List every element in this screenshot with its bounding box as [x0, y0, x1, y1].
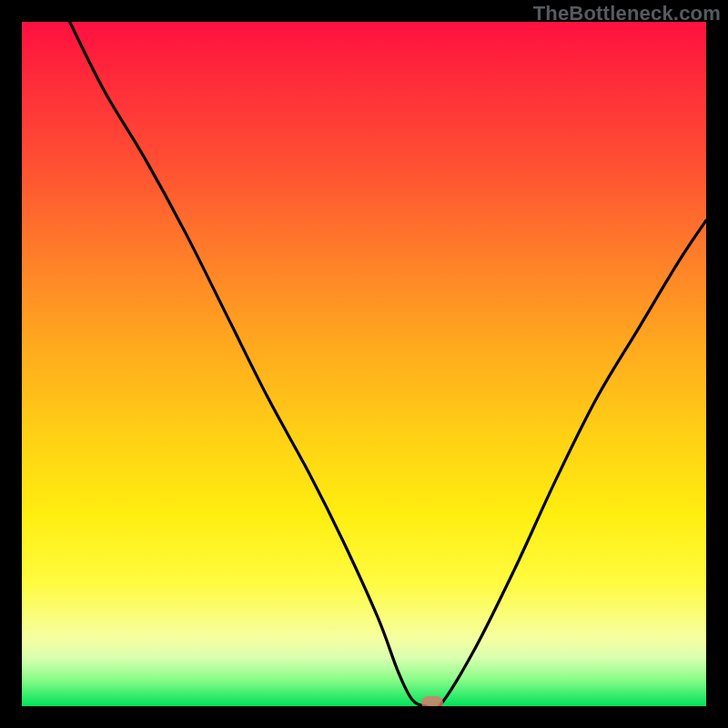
chart-frame: TheBottleneck.com — [0, 0, 728, 728]
optimal-marker — [421, 696, 443, 706]
bottleneck-curve — [22, 22, 706, 706]
curve-path — [70, 22, 706, 706]
plot-area — [22, 22, 706, 706]
